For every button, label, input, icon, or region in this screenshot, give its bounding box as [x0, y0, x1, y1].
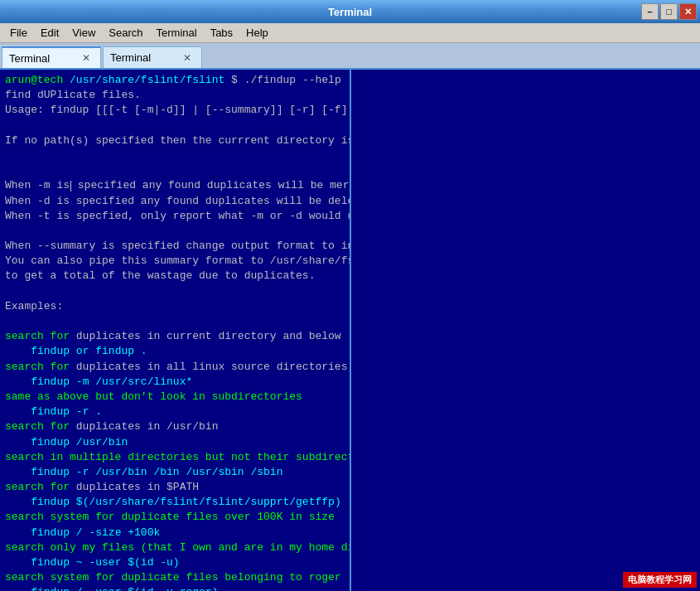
menu-search[interactable]: Search	[102, 25, 149, 41]
terminal-pane-2[interactable]	[350, 70, 701, 591]
close-button[interactable]: ✕	[679, 3, 697, 20]
tab-1-close[interactable]: ✕	[79, 52, 94, 64]
maximize-button[interactable]: □	[660, 3, 678, 20]
terminal-content-1[interactable]: arun@tech /usr/share/fslint/fslint $ ./f…	[0, 70, 350, 591]
terminal-pane-1[interactable]: arun@tech /usr/share/fslint/fslint $ ./f…	[0, 70, 350, 591]
terminal-wrapper: arun@tech /usr/share/fslint/fslint $ ./f…	[0, 70, 700, 591]
menu-file[interactable]: File	[3, 25, 34, 41]
menu-view[interactable]: View	[65, 25, 102, 41]
title-bar: Terminal – □ ✕	[0, 0, 700, 23]
tab-1-label: Terminal	[9, 52, 50, 65]
window-title: Terminal	[328, 6, 372, 18]
menu-edit[interactable]: Edit	[34, 25, 65, 41]
terminal-content-2[interactable]	[351, 70, 701, 591]
tab-2[interactable]: Terminal ✕	[103, 46, 202, 68]
menu-tabs[interactable]: Tabs	[204, 25, 239, 41]
tab-2-label: Terminal	[110, 51, 151, 64]
minimize-button[interactable]: –	[641, 3, 659, 20]
tab-2-close[interactable]: ✕	[180, 52, 195, 64]
menu-help[interactable]: Help	[239, 25, 275, 41]
tab-1[interactable]: Terminal ✕	[2, 46, 101, 68]
watermark: 电脑教程学习网	[623, 572, 697, 588]
title-bar-controls: – □ ✕	[641, 3, 697, 20]
menu-terminal[interactable]: Terminal	[150, 25, 204, 41]
menu-bar: File Edit View Search Terminal Tabs Help	[0, 23, 700, 43]
tab-bar: Terminal ✕ Terminal ✕	[0, 43, 700, 70]
